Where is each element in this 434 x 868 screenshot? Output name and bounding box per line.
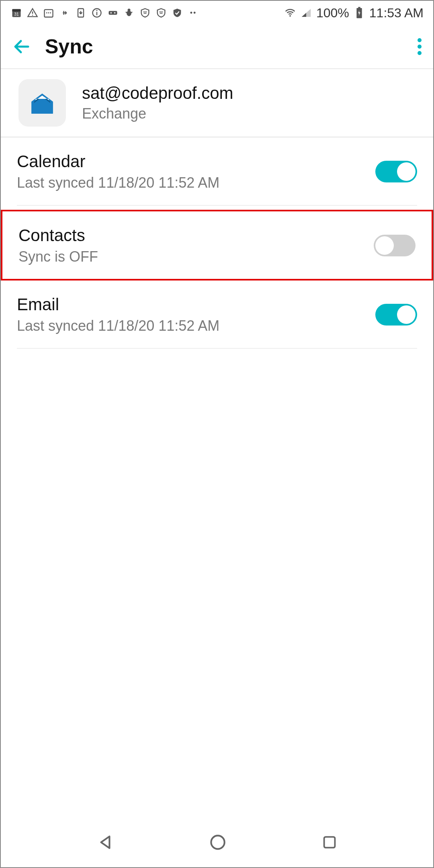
overflow-menu-button[interactable] <box>417 37 422 56</box>
sync-list: Calendar Last synced 11/18/20 11:52 AM C… <box>1 137 433 349</box>
account-text: sat@codeproof.com Exchange <box>82 84 233 122</box>
battery-icon <box>353 7 365 19</box>
sync-item-title: Calendar <box>17 152 219 171</box>
bug-icon <box>123 7 135 19</box>
info-icon <box>91 7 103 19</box>
sync-item-sub: Last synced 11/18/20 11:52 AM <box>17 317 219 334</box>
nav-home-button[interactable] <box>208 832 228 854</box>
svg-point-24 <box>418 45 422 49</box>
date-icon <box>43 7 55 19</box>
account-row[interactable]: sat@codeproof.com Exchange <box>1 69 433 137</box>
svg-point-25 <box>418 51 422 55</box>
warning-icon <box>27 7 39 19</box>
svg-rect-1 <box>12 9 21 12</box>
usb-icon <box>59 7 71 19</box>
svg-point-7 <box>48 12 49 14</box>
svg-point-12 <box>96 10 98 11</box>
svg-rect-27 <box>324 837 335 848</box>
nav-recent-button[interactable] <box>320 833 339 853</box>
svg-point-4 <box>32 15 33 16</box>
svg-rect-13 <box>109 11 117 14</box>
svg-point-15 <box>114 12 116 14</box>
svg-rect-22 <box>358 7 360 8</box>
status-icons-left: 31 •• <box>10 7 199 19</box>
sync-item-sub: Sync is OFF <box>18 248 98 265</box>
account-email: sat@codeproof.com <box>82 84 233 103</box>
svg-point-20 <box>289 15 291 17</box>
svg-point-6 <box>46 12 47 14</box>
sync-item-contacts[interactable]: Contacts Sync is OFF <box>1 210 433 280</box>
calendar-icon: 31 <box>10 7 23 19</box>
shield-icon <box>139 7 151 19</box>
svg-point-26 <box>211 835 224 849</box>
clock: 11:53 AM <box>369 6 424 20</box>
status-icons-right: 100% 11:53 AM <box>284 6 424 20</box>
sync-item-title: Email <box>17 295 219 314</box>
sync-item-email[interactable]: Email Last synced 11/18/20 11:52 AM <box>17 280 417 349</box>
svg-point-17 <box>128 9 131 12</box>
download-icon <box>75 7 87 19</box>
svg-point-14 <box>111 12 112 14</box>
account-type: Exchange <box>82 105 233 122</box>
contacts-toggle[interactable] <box>374 235 416 256</box>
appbar: Sync <box>1 25 433 69</box>
calendar-toggle[interactable] <box>375 161 417 182</box>
svg-text:31: 31 <box>14 12 19 16</box>
mail-app-icon <box>18 79 66 127</box>
page-title: Sync <box>45 35 93 58</box>
shield2-icon <box>155 7 167 19</box>
battery-pct: 100% <box>316 6 349 20</box>
voicemail-icon <box>107 7 119 19</box>
back-button[interactable] <box>12 37 31 56</box>
wifi-icon <box>284 7 296 19</box>
email-toggle[interactable] <box>375 304 417 326</box>
system-navbar <box>1 819 433 867</box>
sync-item-sub: Last synced 11/18/20 11:52 AM <box>17 174 219 191</box>
check-shield-icon <box>171 7 183 19</box>
nav-back-button[interactable] <box>95 832 115 854</box>
sync-item-title: Contacts <box>18 226 98 245</box>
svg-point-23 <box>418 38 422 42</box>
svg-point-8 <box>50 12 51 14</box>
status-bar: 31 •• 100% 11:53 AM <box>1 1 433 25</box>
more-icon: •• <box>187 7 199 19</box>
signal-icon <box>300 7 312 19</box>
sync-item-calendar[interactable]: Calendar Last synced 11/18/20 11:52 AM <box>17 137 417 206</box>
